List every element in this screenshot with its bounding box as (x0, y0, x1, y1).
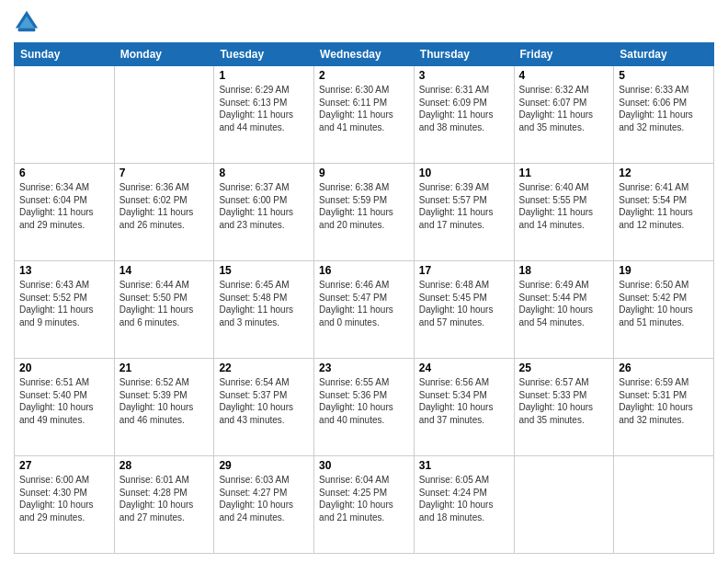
cell-info: Sunrise: 6:00 AMSunset: 4:30 PMDaylight:… (19, 474, 109, 523)
calendar-cell: 2Sunrise: 6:30 AMSunset: 6:11 PMDaylight… (314, 66, 415, 164)
svg-rect-2 (18, 29, 36, 32)
cell-info: Sunrise: 6:34 AMSunset: 6:04 PMDaylight:… (19, 181, 109, 231)
cell-info: Sunrise: 6:31 AMSunset: 6:09 PMDaylight:… (419, 84, 509, 133)
cell-info: Sunrise: 6:30 AMSunset: 6:11 PMDaylight:… (319, 84, 409, 133)
day-number: 7 (119, 167, 210, 179)
calendar-header-cell: Thursday (414, 43, 514, 66)
calendar-cell (114, 66, 214, 164)
calendar-week-row: 13Sunrise: 6:43 AMSunset: 5:52 PMDayligh… (15, 261, 714, 359)
calendar-cell: 18Sunrise: 6:49 AMSunset: 5:44 PMDayligh… (514, 261, 614, 359)
day-number: 28 (119, 459, 210, 472)
cell-info: Sunrise: 6:48 AMSunset: 5:45 PMDaylight:… (419, 279, 509, 328)
cell-info: Sunrise: 6:03 AMSunset: 4:27 PMDaylight:… (219, 474, 309, 523)
logo-icon (14, 9, 40, 35)
calendar-week-row: 1Sunrise: 6:29 AMSunset: 6:13 PMDaylight… (15, 66, 714, 164)
calendar-cell: 20Sunrise: 6:51 AMSunset: 5:40 PMDayligh… (15, 359, 115, 456)
day-number: 31 (419, 459, 509, 472)
calendar-week-row: 6Sunrise: 6:34 AMSunset: 6:04 PMDaylight… (15, 164, 714, 261)
day-number: 16 (319, 264, 409, 277)
cell-info: Sunrise: 6:56 AMSunset: 5:34 PMDaylight:… (419, 376, 509, 426)
calendar-header-cell: Wednesday (314, 43, 415, 66)
cell-info: Sunrise: 6:29 AMSunset: 6:13 PMDaylight:… (219, 84, 309, 133)
cell-info: Sunrise: 6:54 AMSunset: 5:37 PMDaylight:… (219, 376, 309, 426)
calendar-week-row: 27Sunrise: 6:00 AMSunset: 4:30 PMDayligh… (15, 456, 714, 554)
cell-info: Sunrise: 6:33 AMSunset: 6:06 PMDaylight:… (619, 84, 709, 133)
day-number: 14 (119, 264, 210, 277)
calendar-cell: 9Sunrise: 6:38 AMSunset: 5:59 PMDaylight… (314, 164, 415, 261)
day-number: 4 (519, 69, 609, 82)
day-number: 25 (519, 362, 609, 374)
calendar-cell: 4Sunrise: 6:32 AMSunset: 6:07 PMDaylight… (514, 66, 614, 164)
day-number: 2 (319, 69, 409, 82)
cell-info: Sunrise: 6:01 AMSunset: 4:28 PMDaylight:… (119, 474, 210, 523)
day-number: 12 (619, 167, 709, 179)
cell-info: Sunrise: 6:46 AMSunset: 5:47 PMDaylight:… (319, 279, 409, 328)
calendar-header-cell: Saturday (614, 43, 714, 66)
calendar-cell: 14Sunrise: 6:44 AMSunset: 5:50 PMDayligh… (114, 261, 214, 359)
calendar-cell: 27Sunrise: 6:00 AMSunset: 4:30 PMDayligh… (15, 456, 115, 554)
calendar-cell: 10Sunrise: 6:39 AMSunset: 5:57 PMDayligh… (414, 164, 514, 261)
day-number: 5 (619, 69, 709, 82)
calendar-cell: 28Sunrise: 6:01 AMSunset: 4:28 PMDayligh… (114, 456, 214, 554)
logo (14, 9, 43, 35)
calendar-cell (15, 66, 115, 164)
calendar-cell: 31Sunrise: 6:05 AMSunset: 4:24 PMDayligh… (414, 456, 514, 554)
calendar-header-cell: Sunday (15, 43, 115, 66)
cell-info: Sunrise: 6:04 AMSunset: 4:25 PMDaylight:… (319, 474, 409, 523)
calendar-cell: 1Sunrise: 6:29 AMSunset: 6:13 PMDaylight… (214, 66, 314, 164)
header (14, 9, 714, 35)
cell-info: Sunrise: 6:50 AMSunset: 5:42 PMDaylight:… (619, 279, 709, 328)
cell-info: Sunrise: 6:41 AMSunset: 5:54 PMDaylight:… (619, 181, 709, 231)
cell-info: Sunrise: 6:51 AMSunset: 5:40 PMDaylight:… (19, 376, 109, 426)
day-number: 17 (419, 264, 509, 277)
day-number: 11 (519, 167, 609, 179)
calendar-header-cell: Friday (514, 43, 614, 66)
cell-info: Sunrise: 6:36 AMSunset: 6:02 PMDaylight:… (119, 181, 210, 231)
calendar-week-row: 20Sunrise: 6:51 AMSunset: 5:40 PMDayligh… (15, 359, 714, 456)
cell-info: Sunrise: 6:55 AMSunset: 5:36 PMDaylight:… (319, 376, 409, 426)
calendar-cell: 26Sunrise: 6:59 AMSunset: 5:31 PMDayligh… (614, 359, 714, 456)
day-number: 29 (219, 459, 309, 472)
day-number: 6 (19, 167, 109, 179)
cell-info: Sunrise: 6:59 AMSunset: 5:31 PMDaylight:… (619, 376, 709, 426)
calendar-header-row: SundayMondayTuesdayWednesdayThursdayFrid… (15, 43, 714, 66)
cell-info: Sunrise: 6:49 AMSunset: 5:44 PMDaylight:… (519, 279, 609, 328)
day-number: 23 (319, 362, 409, 374)
calendar-cell: 13Sunrise: 6:43 AMSunset: 5:52 PMDayligh… (15, 261, 115, 359)
calendar-cell: 16Sunrise: 6:46 AMSunset: 5:47 PMDayligh… (314, 261, 415, 359)
day-number: 8 (219, 167, 309, 179)
day-number: 20 (19, 362, 109, 374)
calendar-cell: 17Sunrise: 6:48 AMSunset: 5:45 PMDayligh… (414, 261, 514, 359)
cell-info: Sunrise: 6:05 AMSunset: 4:24 PMDaylight:… (419, 474, 509, 523)
calendar-cell: 15Sunrise: 6:45 AMSunset: 5:48 PMDayligh… (214, 261, 314, 359)
calendar-cell: 21Sunrise: 6:52 AMSunset: 5:39 PMDayligh… (114, 359, 214, 456)
day-number: 3 (419, 69, 509, 82)
calendar-cell: 8Sunrise: 6:37 AMSunset: 6:00 PMDaylight… (214, 164, 314, 261)
calendar-cell: 30Sunrise: 6:04 AMSunset: 4:25 PMDayligh… (314, 456, 415, 554)
calendar-cell: 12Sunrise: 6:41 AMSunset: 5:54 PMDayligh… (614, 164, 714, 261)
calendar-cell: 29Sunrise: 6:03 AMSunset: 4:27 PMDayligh… (214, 456, 314, 554)
calendar-cell: 5Sunrise: 6:33 AMSunset: 6:06 PMDaylight… (614, 66, 714, 164)
day-number: 27 (19, 459, 109, 472)
calendar-cell: 23Sunrise: 6:55 AMSunset: 5:36 PMDayligh… (314, 359, 415, 456)
calendar-cell: 24Sunrise: 6:56 AMSunset: 5:34 PMDayligh… (414, 359, 514, 456)
cell-info: Sunrise: 6:52 AMSunset: 5:39 PMDaylight:… (119, 376, 210, 426)
calendar-cell: 6Sunrise: 6:34 AMSunset: 6:04 PMDaylight… (15, 164, 115, 261)
day-number: 30 (319, 459, 409, 472)
cell-info: Sunrise: 6:32 AMSunset: 6:07 PMDaylight:… (519, 84, 609, 133)
calendar-cell: 22Sunrise: 6:54 AMSunset: 5:37 PMDayligh… (214, 359, 314, 456)
calendar-cell: 11Sunrise: 6:40 AMSunset: 5:55 PMDayligh… (514, 164, 614, 261)
day-number: 22 (219, 362, 309, 374)
day-number: 26 (619, 362, 709, 374)
day-number: 19 (619, 264, 709, 277)
page: SundayMondayTuesdayWednesdayThursdayFrid… (0, 0, 728, 563)
calendar-cell (614, 456, 714, 554)
day-number: 10 (419, 167, 509, 179)
day-number: 15 (219, 264, 309, 277)
cell-info: Sunrise: 6:39 AMSunset: 5:57 PMDaylight:… (419, 181, 509, 231)
calendar-table: SundayMondayTuesdayWednesdayThursdayFrid… (14, 42, 714, 554)
cell-info: Sunrise: 6:44 AMSunset: 5:50 PMDaylight:… (119, 279, 210, 328)
day-number: 18 (519, 264, 609, 277)
cell-info: Sunrise: 6:43 AMSunset: 5:52 PMDaylight:… (19, 279, 109, 328)
calendar-header-cell: Tuesday (214, 43, 314, 66)
